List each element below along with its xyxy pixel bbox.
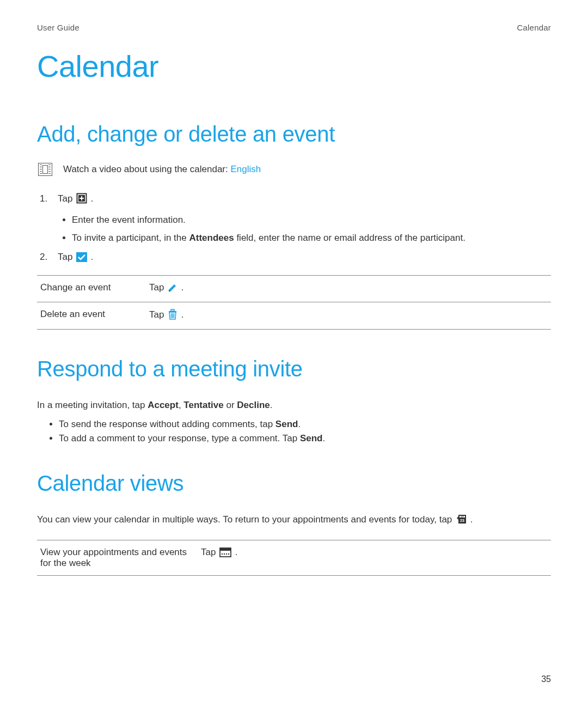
video-help-text: Watch a video about using the calendar: … xyxy=(63,164,261,175)
header-right: Calendar xyxy=(517,23,551,32)
step-1: Tap . Enter the event information. To in… xyxy=(50,191,551,246)
page-header: User Guide Calendar xyxy=(37,23,551,32)
svg-rect-3 xyxy=(79,198,84,199)
svg-point-19 xyxy=(228,553,229,555)
svg-rect-4 xyxy=(76,252,87,262)
table-row-delete-event: Delete an event Tap . xyxy=(37,302,551,329)
header-left: User Guide xyxy=(37,23,79,32)
page-title: Calendar xyxy=(37,48,551,84)
video-link-english[interactable]: English xyxy=(230,164,261,174)
action-label: Change an event xyxy=(37,275,146,302)
svg-point-18 xyxy=(226,553,227,555)
step-2: Tap . xyxy=(50,249,551,267)
today-calendar-icon: SEP23 xyxy=(456,514,467,529)
video-icon xyxy=(38,163,52,176)
action-label: Delete an event xyxy=(37,302,146,329)
svg-text:23: 23 xyxy=(460,519,464,522)
view-instruction: Tap . xyxy=(198,540,551,575)
edit-pencil-icon xyxy=(168,283,177,295)
confirm-check-icon xyxy=(76,252,87,267)
add-event-icon xyxy=(76,193,87,209)
svg-rect-15 xyxy=(220,548,231,551)
table-row-change-event: Change an event Tap . xyxy=(37,275,551,302)
table-row-week-view: View your appointments and events for th… xyxy=(37,540,551,575)
svg-point-16 xyxy=(222,553,223,555)
substep-invite-participant: To invite a participant, in the Attendee… xyxy=(72,230,551,246)
bullet-send-no-comment: To send the response without adding comm… xyxy=(59,419,551,430)
section-respond-invite-title: Respond to a meeting invite xyxy=(37,357,551,381)
event-actions-table: Change an event Tap . Delete an event Ta… xyxy=(37,275,551,330)
svg-point-17 xyxy=(224,553,225,555)
step-1-substeps: Enter the event information. To invite a… xyxy=(58,212,551,246)
section-calendar-views-title: Calendar views xyxy=(37,471,551,496)
trash-delete-icon xyxy=(168,309,177,322)
section-add-change-delete-title: Add, change or delete an event xyxy=(37,122,551,147)
substep-enter-info: Enter the event information. xyxy=(72,212,551,228)
action-instruction: Tap . xyxy=(146,302,551,329)
steps-list: Tap . Enter the event information. To in… xyxy=(37,191,551,267)
views-intro: You can view your calendar in multiple w… xyxy=(37,512,551,529)
week-view-icon xyxy=(219,547,231,560)
bullet-add-comment: To add a comment to your response, type … xyxy=(59,433,551,444)
view-label: View your appointments and events for th… xyxy=(37,540,198,575)
video-help-row: Watch a video about using the calendar: … xyxy=(37,163,551,176)
svg-rect-6 xyxy=(171,309,174,311)
respond-bullets: To send the response without adding comm… xyxy=(37,419,551,444)
svg-text:SEP: SEP xyxy=(461,516,464,518)
respond-intro: In a meeting invitation, tap Accept, Ten… xyxy=(37,398,551,412)
calendar-views-table: View your appointments and events for th… xyxy=(37,540,551,576)
page-number: 35 xyxy=(541,674,551,684)
action-instruction: Tap . xyxy=(146,275,551,302)
